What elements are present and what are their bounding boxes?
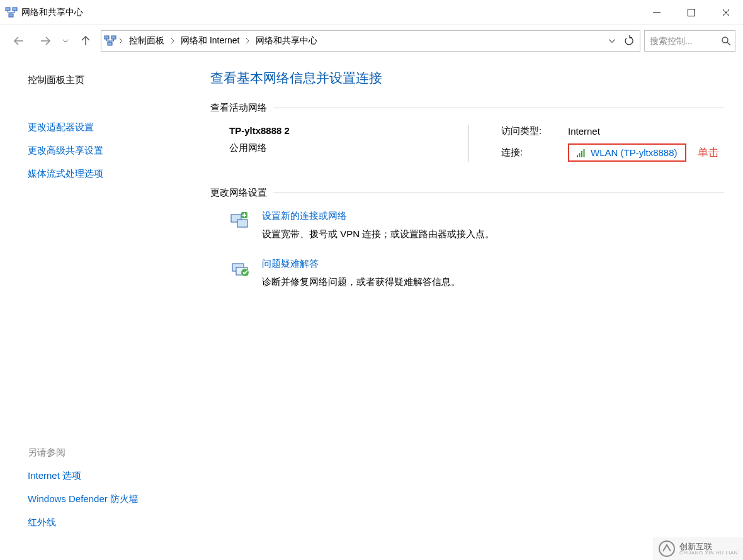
settings-item-troubleshoot: 问题疑难解答 诊断并修复网络问题，或者获得疑难解答信息。 [229,258,724,288]
watermark: 创新互联 CHUANG XIN HU LIAN [653,537,743,560]
svg-line-22 [727,42,730,45]
recent-locations-dropdown[interactable] [60,38,71,44]
close-button[interactable] [708,0,743,25]
annotation-highlight-box: WLAN (TP-yltx8888) [568,143,686,162]
chevron-right-icon[interactable] [118,38,124,44]
titlebar: 网络和共享中心 [0,0,743,25]
settings-description: 设置宽带、拨号或 VPN 连接；或设置路由器或接入点。 [262,228,494,240]
svg-rect-26 [584,149,585,157]
svg-rect-1 [13,8,17,11]
main-content: 查看基本网络信息并设置连接 查看活动网络 TP-yltx8888 2 公用网络 … [189,57,743,560]
up-button[interactable] [74,30,97,52]
svg-rect-16 [108,42,112,45]
connection-label: 连接: [501,147,563,159]
sidebar-link-defender-firewall[interactable]: Windows Defender 防火墙 [28,493,189,505]
breadcrumb-item[interactable]: 网络和共享中心 [252,31,321,51]
refresh-button[interactable] [622,33,637,48]
svg-rect-2 [9,14,13,17]
sidebar-link-adapter-settings[interactable]: 更改适配器设置 [28,121,189,133]
chevron-right-icon[interactable] [169,38,176,44]
active-network-block: TP-yltx8888 2 公用网络 访问类型: Internet 连接: [210,125,724,162]
new-connection-icon [229,210,252,233]
svg-rect-25 [581,151,582,157]
settings-item-new-connection: 设置新的连接或网络 设置宽带、拨号或 VPN 连接；或设置路由器或接入点。 [229,210,724,240]
wifi-signal-icon [577,148,587,157]
svg-point-21 [722,37,728,43]
wlan-connection-link[interactable]: WLAN (TP-yltx8888) [573,146,681,159]
svg-rect-23 [577,155,578,157]
network-sharing-center-icon [5,6,18,19]
settings-description: 诊断并修复网络问题，或者获得疑难解答信息。 [262,276,460,288]
sidebar-home-link[interactable]: 控制面板主页 [28,74,189,86]
back-button[interactable] [8,30,30,52]
sidebar-link-media-streaming[interactable]: 媒体流式处理选项 [28,168,189,180]
address-bar[interactable]: 控制面板 网络和 Internet 网络和共享中心 [101,30,640,52]
network-name: TP-yltx8888 2 [229,125,439,136]
svg-rect-28 [237,220,247,227]
search-input[interactable] [649,35,717,47]
troubleshoot-icon [229,258,252,281]
watermark-text: 创新互联 [679,542,738,551]
breadcrumb-item[interactable]: 控制面板 [125,31,168,51]
network-type: 公用网络 [229,142,439,154]
settings-link[interactable]: 问题疑难解答 [262,258,319,270]
see-also-label: 另请参阅 [28,447,189,459]
sidebar: 控制面板主页 更改适配器设置 更改高级共享设置 媒体流式处理选项 另请参阅 In… [0,57,189,560]
access-type-value: Internet [568,126,600,137]
divider [273,193,724,193]
navbar: 控制面板 网络和 Internet 网络和共享中心 [0,25,743,57]
page-heading: 查看基本网络信息并设置连接 [210,69,724,87]
svg-point-35 [659,541,674,556]
section-label-text: 更改网络设置 [210,187,267,199]
svg-rect-15 [111,36,116,39]
vertical-divider [468,125,468,162]
section-label-text: 查看活动网络 [210,102,267,114]
svg-rect-24 [579,153,581,157]
sidebar-link-internet-options[interactable]: Internet 选项 [28,470,189,482]
section-change-settings: 更改网络设置 [210,187,724,199]
forward-button[interactable] [34,30,57,52]
watermark-subtext: CHUANG XIN HU LIAN [679,551,738,556]
svg-rect-0 [6,8,10,11]
settings-link[interactable]: 设置新的连接或网络 [262,210,347,222]
access-type-label: 访问类型: [501,125,563,137]
breadcrumb-item[interactable]: 网络和 Internet [177,31,243,51]
network-sharing-center-icon [104,35,116,47]
section-active-networks: 查看活动网络 [210,102,724,114]
address-dropdown[interactable] [606,37,618,45]
breadcrumb-label: 网络和共享中心 [256,35,317,47]
sidebar-link-infrared[interactable]: 红外线 [28,517,189,529]
watermark-logo-icon [658,540,676,557]
breadcrumb-label: 控制面板 [129,35,164,47]
sidebar-link-advanced-sharing[interactable]: 更改高级共享设置 [28,145,189,157]
minimize-button[interactable] [639,0,674,25]
svg-rect-14 [105,36,109,39]
window-title: 网络和共享中心 [21,7,83,18]
maximize-button[interactable] [674,0,708,25]
search-box[interactable] [644,30,735,52]
chevron-right-icon[interactable] [244,38,251,44]
svg-rect-8 [688,9,695,16]
wlan-link-text: WLAN (TP-yltx8888) [591,147,678,158]
breadcrumb-label: 网络和 Internet [181,35,239,47]
annotation-label: 单击 [698,145,719,160]
search-icon[interactable] [721,36,731,46]
divider [273,108,724,108]
